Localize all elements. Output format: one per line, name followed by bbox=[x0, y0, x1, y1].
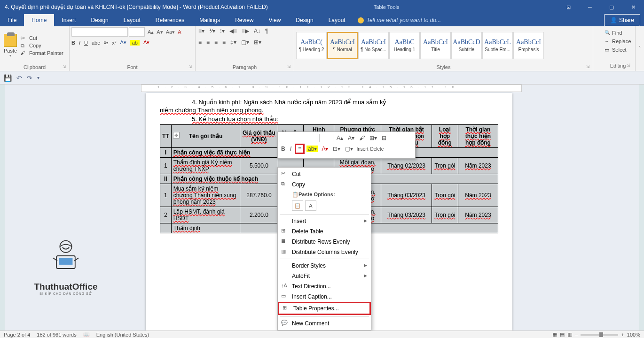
share-button[interactable]: 👤Share bbox=[604, 14, 640, 26]
ctx-border-styles[interactable]: Border Styles▶ bbox=[278, 261, 371, 271]
tab-insert[interactable]: Insert bbox=[54, 14, 83, 26]
zoom-in[interactable]: + bbox=[621, 332, 624, 338]
superscript-button[interactable]: x² bbox=[112, 40, 116, 46]
italic-button[interactable]: I bbox=[79, 40, 80, 46]
status-language[interactable]: English (United States) bbox=[96, 332, 149, 338]
tab-references[interactable]: References bbox=[148, 14, 192, 26]
mini-border[interactable]: ⊡▾ bbox=[331, 145, 342, 153]
mini-highlight[interactable]: ab▾ bbox=[306, 146, 318, 152]
style-subtle-emphasis[interactable]: AaBbCcLSubtle Em... bbox=[482, 32, 513, 59]
tab-home[interactable]: Home bbox=[24, 14, 54, 26]
sort-button[interactable]: A↓ bbox=[253, 27, 261, 35]
mini-format-painter[interactable]: 🖌 bbox=[358, 134, 366, 142]
highlight-button[interactable]: ab bbox=[130, 40, 140, 46]
font-size-input[interactable] bbox=[129, 27, 145, 37]
close-button[interactable]: ✕ bbox=[622, 0, 644, 14]
mini-align-center[interactable]: ≡ bbox=[297, 145, 303, 153]
ctx-text-direction[interactable]: ↕AText Direction... bbox=[278, 281, 371, 292]
ctx-insert[interactable]: Insert▶ bbox=[278, 216, 371, 226]
mini-shrink-font[interactable]: A▾ bbox=[346, 134, 356, 142]
view-web[interactable]: ▥ bbox=[567, 331, 572, 338]
mini-font-color[interactable]: A▾ bbox=[320, 145, 330, 153]
status-words[interactable]: 182 of 961 words bbox=[37, 332, 76, 338]
view-print[interactable]: ▤ bbox=[560, 331, 565, 338]
grow-font-button[interactable]: A▴ bbox=[148, 29, 154, 35]
align-right-button[interactable]: ≡ bbox=[213, 38, 219, 46]
tab-review[interactable]: Review bbox=[228, 14, 261, 26]
styles-gallery[interactable]: AaBbC(¶ Heading 2 AaBbCcI¶ Normal AaBbCc… bbox=[296, 27, 591, 63]
collapse-ribbon-button[interactable]: ˄ bbox=[636, 26, 644, 71]
ctx-cut[interactable]: ✂Cut bbox=[278, 169, 371, 179]
borders-button[interactable]: ⊞▾ bbox=[253, 38, 262, 46]
table-move-handle[interactable]: ✥ bbox=[173, 132, 180, 138]
tab-design[interactable]: Design bbox=[83, 14, 116, 26]
undo-button[interactable]: ↶ bbox=[16, 74, 22, 82]
style-nospacing[interactable]: AaBbCcI¶ No Spac... bbox=[358, 32, 389, 59]
save-button[interactable]: 💾 bbox=[4, 74, 12, 82]
format-painter-button[interactable]: Format Painter bbox=[21, 49, 64, 57]
shading-button[interactable]: ▢▾ bbox=[240, 38, 250, 46]
underline-button[interactable]: U bbox=[84, 40, 88, 46]
ctx-copy[interactable]: ⧉Copy bbox=[278, 179, 371, 190]
mini-bold[interactable]: B bbox=[280, 145, 287, 153]
copy-button[interactable]: Copy bbox=[21, 42, 64, 49]
paste-button[interactable]: Paste ▾ bbox=[2, 33, 19, 58]
ctx-distribute-cols[interactable]: ▥Distribute Columns Evenly bbox=[278, 247, 371, 257]
paste-keep-source[interactable]: 📋 bbox=[292, 200, 303, 211]
justify-button[interactable]: ≡ bbox=[221, 38, 227, 46]
style-normal[interactable]: AaBbCcI¶ Normal bbox=[327, 32, 358, 59]
ctx-table-properties[interactable]: ⊞Table Properties... bbox=[278, 302, 371, 315]
mini-delete-rowcol[interactable]: ⊟ bbox=[380, 134, 388, 142]
increase-indent-button[interactable]: ≡▶ bbox=[241, 27, 250, 35]
tab-view[interactable]: View bbox=[261, 14, 289, 26]
status-proofing-icon[interactable]: 📖 bbox=[83, 331, 90, 338]
ctx-new-comment[interactable]: 💬New Comment bbox=[278, 318, 371, 329]
font-family-input[interactable] bbox=[71, 27, 128, 37]
qat-customize-button[interactable]: ▾ bbox=[37, 75, 39, 80]
bullets-button[interactable]: ≡▾ bbox=[197, 27, 205, 35]
select-button[interactable]: Select bbox=[605, 46, 631, 54]
style-heading1[interactable]: AaBbCHeading 1 bbox=[389, 32, 420, 59]
mini-font-size[interactable] bbox=[319, 134, 333, 142]
ctx-distribute-rows[interactable]: ≣Distribute Rows Evenly bbox=[278, 237, 371, 247]
mini-insert-rowcol[interactable]: ⊞▾ bbox=[368, 134, 378, 142]
clear-formatting-button[interactable]: A̷ bbox=[178, 29, 181, 35]
tab-file[interactable]: File bbox=[0, 14, 24, 26]
find-button[interactable]: Find bbox=[605, 29, 631, 37]
multilevel-button[interactable]: ⁝▾ bbox=[219, 27, 226, 35]
ctx-autofit[interactable]: AutoFit▶ bbox=[278, 271, 371, 281]
mini-shading[interactable]: ▢▾ bbox=[344, 145, 354, 153]
style-title[interactable]: AaBbCcITitle bbox=[420, 32, 451, 59]
align-center-button[interactable]: ≡ bbox=[205, 38, 211, 46]
zoom-level[interactable]: 100% bbox=[627, 332, 640, 338]
th-loai[interactable]: Loại hợp đồng bbox=[432, 125, 458, 148]
mini-font-family[interactable] bbox=[280, 134, 317, 142]
align-left-button[interactable]: ≡ bbox=[197, 38, 203, 46]
th-ten[interactable]: Tên gói thầu bbox=[171, 125, 240, 148]
minimize-button[interactable]: ─ bbox=[579, 0, 601, 14]
replace-button[interactable]: Replace bbox=[605, 37, 631, 46]
subscript-button[interactable]: x₂ bbox=[104, 39, 109, 46]
th-tg2[interactable]: Thời gian thực hiện hợp đồng bbox=[458, 125, 498, 148]
cut-button[interactable]: Cut bbox=[21, 34, 64, 42]
bold-button[interactable]: B bbox=[71, 40, 75, 46]
numbering-button[interactable]: ⅟▾ bbox=[208, 27, 216, 35]
ribbon-options-button[interactable]: ⊡ bbox=[558, 0, 579, 14]
mini-grow-font[interactable]: A▴ bbox=[335, 134, 345, 142]
change-case-button[interactable]: Aa▾ bbox=[166, 29, 175, 35]
status-page[interactable]: Page 2 of 4 bbox=[4, 332, 30, 338]
mini-insert-label[interactable]: Insert bbox=[356, 146, 368, 152]
ctx-insert-caption[interactable]: ▭Insert Caption... bbox=[278, 292, 371, 302]
mini-delete-label[interactable]: Delete bbox=[370, 146, 384, 152]
decrease-indent-button[interactable]: ◀≡ bbox=[228, 27, 238, 35]
tab-table-design[interactable]: Design bbox=[288, 14, 321, 26]
strike-button[interactable]: abc bbox=[92, 40, 100, 46]
tab-layout[interactable]: Layout bbox=[116, 14, 148, 26]
tell-me-search[interactable]: Tell me what you want to do... bbox=[353, 14, 446, 26]
line-spacing-button[interactable]: ‡▾ bbox=[229, 38, 237, 46]
ctx-delete-table[interactable]: ⊞Delete Table bbox=[278, 226, 371, 237]
tab-table-layout[interactable]: Layout bbox=[321, 14, 353, 26]
style-subtitle[interactable]: AaBbCcDSubtitle bbox=[451, 32, 482, 59]
view-read[interactable]: ▦ bbox=[552, 331, 557, 338]
redo-button[interactable]: ↷ bbox=[27, 74, 32, 82]
